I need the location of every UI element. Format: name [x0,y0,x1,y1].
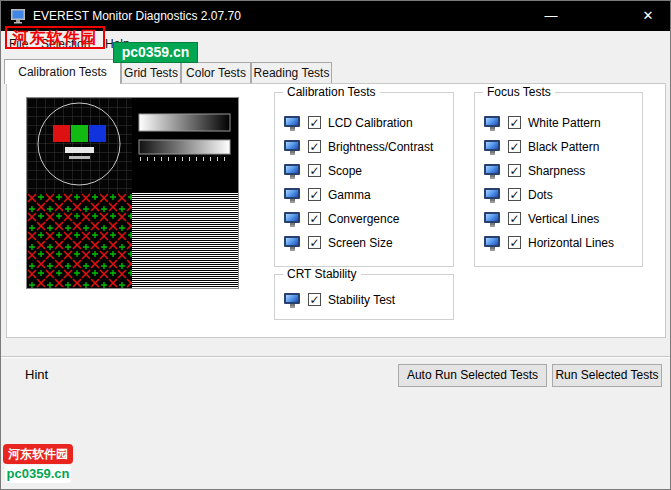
window-title: EVEREST Monitor Diagnostics 2.07.70 [33,9,241,23]
checkbox[interactable]: ✓ [508,212,521,225]
auto-run-selected-tests-button[interactable]: Auto Run Selected Tests [398,364,547,387]
tab-color-tests[interactable]: Color Tests [181,62,251,83]
tab-calibration-tests[interactable]: Calibration Tests [4,59,121,84]
test-item-brightness-contrast[interactable]: ✓ Brightness/Contrast [275,139,453,155]
test-item-lcd-calibration[interactable]: ✓ LCD Calibration [275,115,453,131]
monitor-icon [284,236,300,247]
tab-reading-tests[interactable]: Reading Tests [251,62,332,83]
group-crt-stability: CRT Stability ✓ Stability Test [274,274,454,320]
watermark-bottom-red: 河东软件园 [3,444,73,464]
monitor-icon [284,188,300,199]
preview-lcd-pattern [27,98,132,193]
tab-grid-tests[interactable]: Grid Tests [121,62,181,83]
app-window: EVEREST Monitor Diagnostics 2.07.70 — ✕ … [0,0,671,490]
watermark-bottom: 河东软件园 pc0359.cn [3,444,73,483]
test-item-white-pattern[interactable]: ✓ White Pattern [475,115,642,131]
minimize-icon[interactable]: — [528,1,574,31]
group-title: Focus Tests [483,85,555,99]
test-item-convergence[interactable]: ✓ Convergence [275,211,453,227]
checkbox[interactable]: ✓ [508,236,521,249]
checkbox[interactable]: ✓ [308,212,321,225]
test-item-sharpness[interactable]: ✓ Sharpness [475,163,642,179]
monitor-icon [484,236,500,247]
test-item-scope[interactable]: ✓ Scope [275,163,453,179]
checkbox[interactable]: ✓ [508,140,521,153]
monitor-icon [284,212,300,223]
tab-page-calibration: Calibration Tests ✓ LCD Calibration ✓ Br… [6,83,666,338]
monitor-icon [284,293,300,304]
watermark-bottom-green: pc0359.cn [5,465,72,483]
checkbox[interactable]: ✓ [308,293,321,306]
monitor-icon [284,116,300,127]
checkbox[interactable]: ✓ [508,164,521,177]
preview-horizontal-lines-pattern [132,193,238,288]
test-item-vertical-lines[interactable]: ✓ Vertical Lines [475,211,642,227]
monitor-icon [484,116,500,127]
checkbox[interactable]: ✓ [508,116,521,129]
checkbox[interactable]: ✓ [308,164,321,177]
test-item-horizontal-lines[interactable]: ✓ Horizontal Lines [475,235,642,251]
monitor-icon [484,188,500,199]
test-item-black-pattern[interactable]: ✓ Black Pattern [475,139,642,155]
checkbox[interactable]: ✓ [308,116,321,129]
checkbox[interactable]: ✓ [308,236,321,249]
hint-label: Hint [25,367,48,382]
close-icon[interactable]: ✕ [625,1,671,31]
preview-convergence-pattern [27,193,132,288]
test-item-stability-test[interactable]: ✓ Stability Test [275,292,453,308]
app-monitor-icon [10,8,26,24]
monitor-icon [484,212,500,223]
group-calibration-tests: Calibration Tests ✓ LCD Calibration ✓ Br… [274,92,454,267]
monitor-icon [284,140,300,151]
checkbox[interactable]: ✓ [508,188,521,201]
monitor-icon [484,164,500,175]
test-pattern-preview [26,97,239,289]
preview-grayscale-pattern [132,98,238,193]
checkbox[interactable]: ✓ [308,188,321,201]
monitor-icon [284,164,300,175]
watermark-green-badge: pc0359.cn [113,42,198,63]
test-item-screen-size[interactable]: ✓ Screen Size [275,235,453,251]
test-item-dots[interactable]: ✓ Dots [475,187,642,203]
watermark-red-box: 河东软件园 [5,26,105,49]
group-title: Calibration Tests [283,85,380,99]
separator-line [1,356,670,358]
monitor-icon [484,140,500,151]
run-selected-tests-button[interactable]: Run Selected Tests [552,364,662,387]
group-focus-tests: Focus Tests ✓ White Pattern ✓ Black Patt… [474,92,643,267]
test-item-gamma[interactable]: ✓ Gamma [275,187,453,203]
group-title: CRT Stability [283,267,361,281]
checkbox[interactable]: ✓ [308,140,321,153]
